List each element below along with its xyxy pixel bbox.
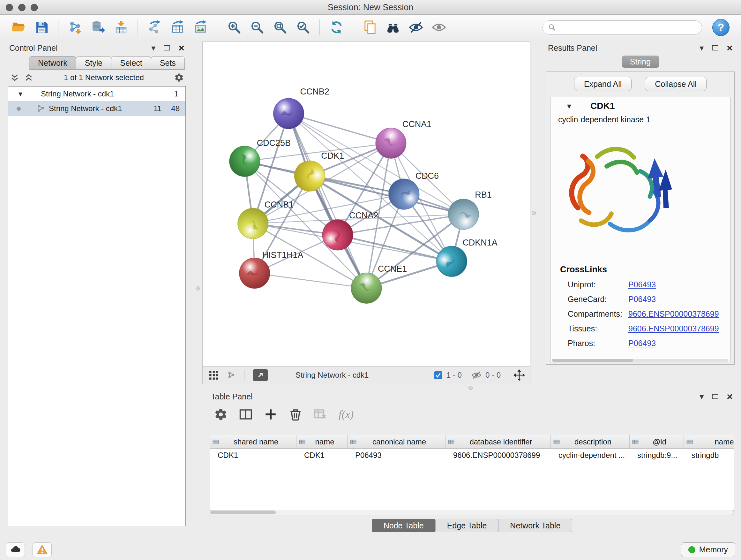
column-header[interactable]: namespace (684, 435, 734, 448)
results-panel-float-button[interactable] (712, 45, 718, 51)
close-window-button[interactable] (6, 4, 13, 11)
network-selection-status: 1 of 1 Network selected (38, 73, 170, 82)
expand-all-button[interactable]: Expand All (574, 77, 631, 91)
column-header[interactable]: @id (630, 435, 684, 448)
network-row[interactable]: String Network - cdk1 11 48 (8, 101, 185, 116)
vertical-splitter-handle[interactable] (532, 211, 536, 215)
control-panel-collapse-button[interactable]: ▾ (151, 44, 155, 52)
delete-column-trash-icon[interactable] (289, 408, 302, 421)
help-button[interactable]: ? (712, 19, 730, 36)
control-panel-close-button[interactable]: × (179, 43, 185, 53)
memory-button[interactable]: Memory (681, 543, 735, 557)
network-node-CCNA2[interactable] (320, 217, 355, 253)
results-panel-close-button[interactable]: × (727, 43, 733, 53)
eye-slash-icon (408, 20, 423, 35)
import-network-from-file-button[interactable] (64, 17, 86, 38)
network-node-CDK1[interactable] (289, 155, 331, 197)
results-horizontal-scrollbar[interactable] (552, 359, 729, 362)
column-header-label: shared name (220, 437, 296, 446)
crosslink-link[interactable]: 9606.ENSP00000378699 (628, 324, 719, 333)
protein-card-header[interactable]: ▾ CDK1 (550, 97, 730, 115)
copy-button[interactable] (358, 17, 381, 38)
tab-select[interactable]: Select (111, 56, 151, 70)
tab-network[interactable]: Network (29, 56, 76, 70)
cloud-status-button[interactable] (6, 543, 25, 557)
minimize-window-button[interactable] (18, 4, 25, 11)
maximize-window-button[interactable] (30, 4, 38, 11)
tab-style[interactable]: Style (76, 56, 112, 70)
zoom-fit-button[interactable] (268, 17, 291, 38)
save-session-button[interactable] (30, 17, 53, 38)
export-image-button[interactable] (189, 17, 212, 38)
export-table-button[interactable] (166, 17, 189, 38)
network-edge[interactable] (255, 273, 366, 288)
crosslink-link[interactable]: 9606.ENSP00000378699 (628, 309, 719, 319)
collapse-all-button[interactable]: Collapse All (645, 77, 706, 91)
tab-string[interactable]: String (622, 56, 659, 68)
zoom-out-button[interactable] (246, 17, 268, 38)
tab-node-table[interactable]: Node Table (372, 519, 435, 532)
horizontal-splitter-handle[interactable] (468, 386, 473, 390)
network-collection-row[interactable]: ▾ String Network - cdk1 1 (8, 86, 185, 101)
zoom-in-button[interactable] (222, 17, 246, 38)
results-panel-tabrow: String (543, 54, 737, 69)
tree-caret-icon[interactable]: ▾ (18, 89, 22, 98)
column-header[interactable]: database identifier (446, 435, 551, 448)
zoom-selected-button[interactable] (291, 17, 314, 38)
hidden-items-eye-slash-icon[interactable] (471, 370, 482, 380)
scrollbar-handle[interactable] (210, 510, 276, 514)
network-edge[interactable] (338, 235, 452, 261)
scrollbar-handle[interactable] (552, 359, 633, 362)
pan-move-icon[interactable] (513, 369, 526, 381)
network-node-CCNB2[interactable] (273, 98, 304, 129)
hide-selected-button[interactable] (404, 17, 427, 38)
network-edge[interactable] (288, 114, 391, 143)
toolbar-search[interactable] (542, 20, 702, 35)
control-panel-tabs: NetworkStyleSelectSets (5, 56, 189, 70)
import-network-from-database-button[interactable] (86, 17, 110, 38)
apply-layout-button[interactable] (325, 17, 348, 38)
network-canvas[interactable]: CCNB2CCNA1CDC25BCDK1CDC6RB1CCNB1CCNA2CDK… (202, 42, 530, 367)
tab-network-table[interactable]: Network Table (498, 519, 572, 532)
table-panel-collapse-button[interactable]: ▾ (699, 392, 704, 401)
show-all-button[interactable] (427, 17, 450, 38)
network-options-gear-icon[interactable] (174, 73, 184, 82)
open-session-button[interactable] (7, 17, 30, 38)
network-small-icon[interactable] (227, 371, 236, 380)
search-input[interactable] (559, 23, 697, 32)
warnings-button[interactable] (32, 543, 52, 557)
table-horizontal-scrollbar[interactable] (210, 510, 734, 515)
function-builder-button[interactable]: f(x) (339, 408, 354, 421)
vertical-splitter-handle[interactable] (196, 287, 200, 291)
column-header[interactable]: description (551, 435, 630, 448)
table-row[interactable]: CDK1CDK1P064939606.ENSP00000378699cyclin… (210, 449, 734, 462)
import-table-from-file-button[interactable] (110, 17, 132, 38)
crosslink-link[interactable]: P06493 (628, 295, 656, 304)
status-bar: Memory (0, 539, 741, 560)
network-node-HIST1H1A[interactable] (239, 258, 270, 289)
expand-all-icon[interactable] (24, 73, 33, 82)
table-panel-close-button[interactable]: × (727, 391, 733, 401)
grid-view-icon[interactable] (209, 370, 219, 380)
tab-edge-table[interactable]: Edge Table (435, 519, 499, 532)
export-network-button[interactable] (143, 17, 166, 38)
control-panel-float-button[interactable] (164, 45, 170, 51)
selected-nodes-checkbox-icon[interactable] (434, 371, 443, 380)
table-settings-gear-icon[interactable] (214, 408, 227, 421)
collapse-all-icon[interactable] (10, 73, 19, 82)
tab-sets[interactable]: Sets (151, 56, 185, 70)
overview-toggle-button[interactable] (253, 369, 268, 381)
network-edge[interactable] (288, 114, 366, 288)
column-header[interactable]: shared name (210, 435, 296, 448)
add-column-icon[interactable] (264, 408, 277, 421)
column-header[interactable]: canonical name (347, 435, 446, 448)
binoculars-button[interactable] (381, 17, 404, 38)
column-header[interactable]: name (296, 435, 347, 448)
section-caret-icon[interactable]: ▾ (567, 101, 571, 111)
table-panel-float-button[interactable] (712, 394, 718, 399)
show-columns-icon[interactable] (239, 408, 253, 421)
crosslink-link[interactable]: P06493 (628, 339, 656, 348)
crosslink-link[interactable]: P06493 (628, 280, 656, 289)
delete-table-icon[interactable] (314, 408, 327, 421)
results-panel-collapse-button[interactable]: ▾ (699, 44, 704, 52)
